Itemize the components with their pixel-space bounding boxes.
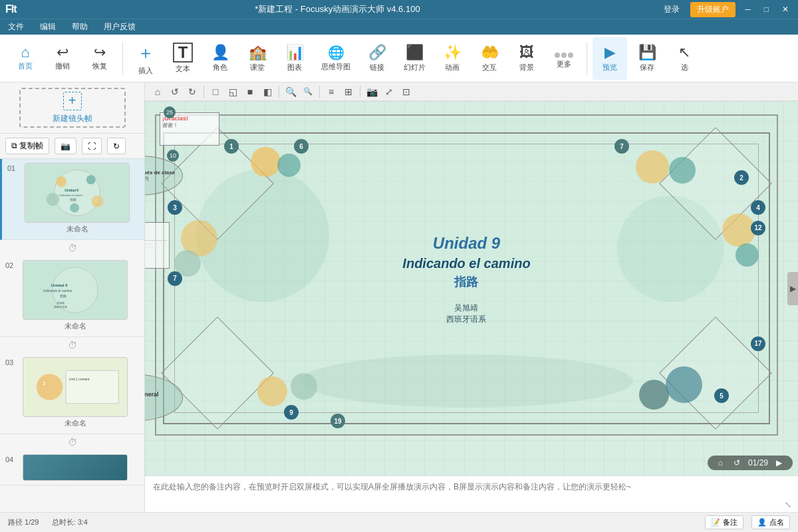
toolbar-redo[interactable]: ↪ 恢复: [82, 37, 117, 80]
title-main: Unidad 9: [402, 231, 530, 254]
canvas[interactable]: Unidad 9 Indicando el camino 指路 吴旭靖 西班牙语…: [145, 101, 798, 475]
copy-icon: ⧉: [11, 141, 17, 150]
sec-redo-btn[interactable]: ↻: [185, 84, 200, 99]
notes-expand-button[interactable]: ⤡: [778, 476, 798, 512]
slide-item-1[interactable]: 01 Unidad 9: [0, 159, 144, 240]
interact-icon: 🤲: [481, 44, 499, 61]
login-button[interactable]: 登录: [658, 3, 685, 17]
sec-zoom-in-btn[interactable]: 🔍: [283, 84, 298, 99]
sec-camera-btn[interactable]: 📷: [364, 84, 379, 99]
sec-zoom-out-btn[interactable]: 🔍: [301, 84, 315, 99]
slide-divider-2: ⏱: [0, 337, 144, 353]
menu-file[interactable]: 文件: [5, 20, 27, 34]
titlebar-right: 登录 升级账户 ─ □ ✕: [658, 2, 793, 17]
window-title: *新建工程 - Focusky动画演示大师 v4.6.100: [255, 3, 420, 15]
toolbar-preview[interactable]: ▶ 预览: [593, 37, 627, 80]
toolbar-insert[interactable]: ＋ 插入: [128, 37, 163, 80]
toolbar-animation[interactable]: ✨ 动画: [435, 37, 469, 80]
toolbar-character[interactable]: 👤 角色: [203, 37, 237, 80]
menu-edit[interactable]: 编辑: [37, 20, 59, 34]
svg-point-5: [92, 196, 104, 207]
svg-text:吴旭靖: 吴旭靖: [57, 301, 65, 305]
undo-icon: ↩: [57, 45, 68, 60]
toolbar-mindmap[interactable]: 🌐 思维导图: [315, 37, 357, 80]
menu-feedback[interactable]: 用户反馈: [101, 20, 138, 34]
statusbar-right: 📝 备注 👤 点名: [705, 515, 790, 529]
title-chinese: 指路: [402, 273, 530, 292]
fullscreen-button[interactable]: ⛶: [82, 138, 102, 154]
new-frame-button[interactable]: + 新建镜头帧: [19, 88, 126, 128]
notes-input[interactable]: [145, 476, 778, 512]
page-back-button[interactable]: ↺: [731, 458, 743, 467]
slide-item-4[interactable]: 04: [0, 450, 144, 485]
upgrade-button[interactable]: 升级账户: [690, 2, 735, 17]
rotate-button[interactable]: ↻: [107, 138, 126, 154]
author-dept: 西班牙语系: [402, 314, 530, 325]
toolbar-select[interactable]: ↖ 选: [667, 37, 702, 80]
canvas-area: ⌂ ↺ ↻ □ ◱ ■ ◧ 🔍 🔍 ≡ ⊞ 📷 ⤢ ⊡: [145, 82, 798, 512]
canvas-right-arrow[interactable]: ▶: [787, 272, 798, 305]
circle-teal-2: [669, 157, 696, 184]
copy-frame-button[interactable]: ⧉ 复制帧: [5, 138, 49, 154]
page-next-button[interactable]: ▶: [773, 458, 785, 467]
screenshot-button[interactable]: 📷: [55, 138, 76, 154]
notes-area: ⤡: [145, 475, 798, 512]
toolbar-bg[interactable]: 🖼 背景: [509, 37, 544, 80]
points-icon: 👤: [757, 518, 767, 527]
toolbar-text[interactable]: T 文本: [166, 37, 200, 80]
toolbar-more[interactable]: 更多: [547, 37, 581, 80]
badge-17: 17: [751, 336, 765, 351]
secondary-toolbar: ⌂ ↺ ↻ □ ◱ ■ ◧ 🔍 🔍 ≡ ⊞ 📷 ⤢ ⊡: [145, 82, 798, 101]
sec-half-btn[interactable]: ◧: [260, 84, 275, 99]
classroom-icon: 🏫: [249, 44, 267, 61]
circle-teal-1: [277, 154, 301, 177]
slide-item-3[interactable]: 03 1 Unit 1 content 未命名: [0, 353, 144, 434]
close-button[interactable]: ✕: [778, 5, 793, 14]
points-btn-label: 点名: [769, 517, 784, 527]
sec-undo-btn[interactable]: ↺: [168, 84, 182, 99]
toolbar-undo[interactable]: ↩ 撤销: [45, 37, 80, 80]
badge-4: 4: [751, 200, 765, 215]
menu-help[interactable]: 帮助: [69, 20, 90, 34]
toolbar-chart-label: 图表: [287, 63, 302, 72]
points-button[interactable]: 👤 点名: [751, 515, 790, 529]
sec-rect-btn[interactable]: ◱: [225, 84, 240, 99]
sec-home-btn[interactable]: ⌂: [150, 84, 165, 99]
toolbar-classroom[interactable]: 🏫 课堂: [240, 37, 275, 80]
toolbar-classroom-label: 课堂: [250, 63, 265, 72]
sec-list-btn[interactable]: ≡: [324, 84, 338, 99]
slide-thumb-4: [23, 454, 128, 481]
toolbar-home-label: 首页: [18, 61, 33, 71]
divider-icon-2: ⏱: [68, 340, 77, 350]
preview-icon: ▶: [604, 44, 616, 61]
animation-icon: ✨: [444, 44, 462, 61]
divider-icon-3: ⏱: [68, 437, 77, 448]
sec-grid-btn[interactable]: ⊞: [341, 84, 356, 99]
svg-text:指路: 指路: [59, 294, 66, 298]
badge-side-left: 7: [168, 271, 182, 286]
maximize-button[interactable]: □: [760, 5, 773, 14]
sec-expand-btn[interactable]: ⤢: [382, 84, 396, 99]
slide-item-2[interactable]: 02 Unidad 9 Indicando el camino 指路 吴旭靖 西…: [0, 256, 144, 337]
page-prev-button[interactable]: ⌂: [716, 458, 726, 467]
title-sub: Indicando el camino: [402, 254, 530, 273]
notes-button[interactable]: 📝 备注: [705, 515, 743, 529]
svg-point-18: [37, 374, 63, 400]
toolbar-interact[interactable]: 🤲 交互: [472, 37, 507, 80]
slide-number-2: 02: [5, 261, 17, 269]
toolbar-link[interactable]: 🔗 链接: [360, 37, 394, 80]
toolbar-home[interactable]: ⌂ 首页: [8, 37, 43, 80]
toolbar-slide[interactable]: ⬛ 幻灯片: [397, 37, 432, 80]
page-count-text: 01/29: [748, 458, 768, 467]
author-name: 吴旭靖: [402, 303, 530, 314]
minimize-button[interactable]: ─: [741, 5, 755, 14]
toolbar-save[interactable]: 💾 保存: [630, 37, 664, 80]
toolbar-chart[interactable]: 📊 图表: [277, 37, 312, 80]
sidebar-header: + 新建镜头帧: [0, 82, 144, 134]
svg-text:Indicando el camino: Indicando el camino: [43, 289, 72, 293]
slide-thumb-2: Unidad 9 Indicando el camino 指路 吴旭靖 西班牙语…: [23, 260, 128, 320]
mindmap-icon: 🌐: [328, 45, 344, 61]
sec-fill-btn[interactable]: ■: [243, 84, 257, 99]
sec-grid2-btn[interactable]: ⊡: [399, 84, 414, 99]
sec-frame-btn[interactable]: □: [208, 84, 223, 99]
